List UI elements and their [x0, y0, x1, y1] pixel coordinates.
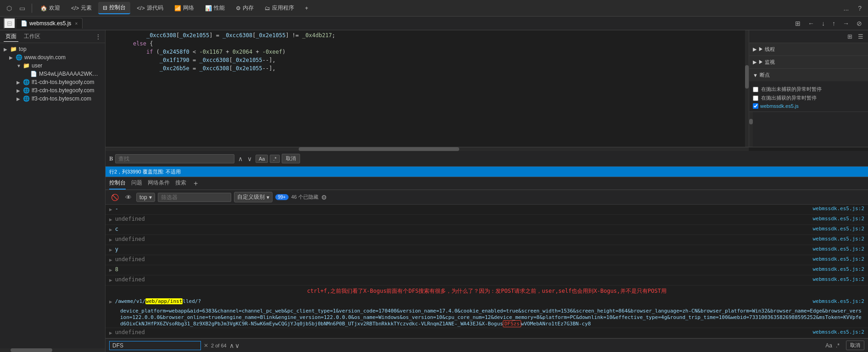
- nav-back-icon[interactable]: ←: [806, 19, 817, 28]
- folder-icon: 📁: [10, 46, 17, 52]
- find-aa-btn[interactable]: Aa: [256, 155, 268, 163]
- code-scrollbar[interactable]: [745, 30, 749, 147]
- help-icon[interactable]: ?: [855, 3, 864, 14]
- console-source-link[interactable]: webmssdk.es5.js:2: [812, 226, 864, 232]
- sidebar-tab-page[interactable]: 页面: [4, 32, 18, 42]
- find-input[interactable]: [115, 154, 234, 163]
- bottom-find-cancel-btn[interactable]: 取消: [846, 341, 864, 350]
- expand-icon[interactable]: ▶: [109, 206, 112, 212]
- exception-caught-label[interactable]: 在抛出捕获的异常时暂停: [753, 95, 864, 101]
- bottom-regex-label[interactable]: .*: [836, 342, 840, 349]
- right-scrollbar[interactable]: [749, 112, 753, 147]
- console-tab-network[interactable]: 网络条件: [148, 177, 170, 190]
- watch-header[interactable]: ▶ ▶ 监视: [749, 56, 868, 68]
- url-params: device_platform=webapp&aid=6383&channel=…: [120, 308, 862, 327]
- tab-console[interactable]: ⊟ 控制台: [98, 2, 130, 14]
- tree-item-lf3b[interactable]: ▶ 🌐 lf3-cdn-tos.bytescm.com: [0, 95, 105, 103]
- tab-close-icon[interactable]: ×: [75, 21, 78, 26]
- tab-sources[interactable]: </> 源代码: [132, 2, 167, 14]
- bottom-find-next-btn[interactable]: ∨: [235, 342, 239, 349]
- find-prev-btn[interactable]: ∧: [236, 154, 245, 163]
- console-filter-input[interactable]: [158, 193, 231, 202]
- find-next-btn[interactable]: ∨: [245, 154, 254, 163]
- level-selector[interactable]: 自定义级别 ▾: [234, 192, 273, 202]
- console-tab-search[interactable]: 搜索: [175, 177, 186, 190]
- tree-item-douyin[interactable]: ▶ 🌐 www.douyin.com: [0, 53, 105, 61]
- expand-icon[interactable]: ▶: [109, 226, 112, 233]
- tab-actions: ⊞ ← ↓ ↑ → ⊘: [793, 19, 864, 28]
- exception-caught-checkbox[interactable]: [753, 95, 758, 101]
- console-source-link[interactable]: webmssdk.es5.js:2: [812, 206, 864, 212]
- tree-item-top[interactable]: ▶ 📁 top: [0, 45, 105, 53]
- expand-icon[interactable]: ▶: [109, 276, 112, 283]
- bottom-find-prev-btn[interactable]: ∧: [229, 342, 234, 349]
- watch-section: ▶ ▶ 监视: [749, 56, 868, 69]
- console-output[interactable]: ▶ - webmssdk.es5.js:2 ▶ undefined webmss…: [106, 205, 868, 338]
- expand-icon[interactable]: ▶: [109, 216, 112, 223]
- tab-welcome[interactable]: 🏠 欢迎: [36, 2, 65, 14]
- nav-down-icon[interactable]: ↓: [819, 19, 827, 28]
- nav-forward-icon[interactable]: →: [840, 19, 851, 28]
- exception-uncaught-checkbox[interactable]: [753, 87, 758, 92]
- status-position: 行2，列33990 覆盖范围: 不适用: [109, 168, 181, 175]
- tree-item-file-ms4[interactable]: 📄 MS4wLjABAAAA2WKmM: [0, 70, 105, 78]
- bottom-find-clear-icon[interactable]: ✕: [204, 342, 208, 349]
- panel-split-icon[interactable]: ⊞: [846, 32, 854, 41]
- source-file-tab[interactable]: 📄 webmssdk.es5.js ×: [16, 18, 83, 28]
- context-selector[interactable]: top ▾: [136, 193, 155, 202]
- expand-icon[interactable]: ▶: [109, 236, 112, 243]
- tab-performance[interactable]: 📊 性能: [200, 2, 229, 14]
- console-tab-issues[interactable]: 问题: [131, 177, 142, 190]
- console-source-link[interactable]: webmssdk.es5.js:2: [812, 298, 864, 304]
- inspect-icon[interactable]: ⬡: [4, 3, 15, 14]
- breakpoint-file-link[interactable]: webmssdk.es5.js: [760, 103, 799, 109]
- exception-uncaught-label[interactable]: 在抛出未捕获的异常时暂停: [753, 86, 864, 93]
- console-source-link[interactable]: webmssdk.es5.js:2: [812, 246, 864, 252]
- find-regex-btn[interactable]: .*: [270, 155, 279, 163]
- expand-icon[interactable]: ▶: [109, 329, 112, 336]
- add-tab-button[interactable]: +: [300, 3, 313, 13]
- tab-memory[interactable]: ⚙ 内存: [231, 2, 258, 14]
- expand-icon[interactable]: ▶: [109, 266, 112, 273]
- tree-item-lf1[interactable]: ▶ 🌐 lf1-cdn-tos.bytegoofy.com: [0, 78, 105, 86]
- add-console-tab-btn[interactable]: +: [192, 179, 200, 188]
- filter-toggle-btn[interactable]: 👁: [123, 193, 134, 202]
- console-entry: ▶ undefined webmssdk.es5.js:2: [106, 215, 868, 225]
- find-cancel-btn[interactable]: 取消: [282, 154, 300, 163]
- more-options-icon[interactable]: ...: [841, 3, 852, 14]
- breakpoints-header[interactable]: ▼ 断点: [749, 69, 868, 81]
- file-breakpoint-checkbox[interactable]: [753, 103, 758, 109]
- panel-close-icon[interactable]: ☰: [856, 32, 865, 41]
- device-icon[interactable]: ▭: [17, 3, 28, 14]
- file-tab-name: webmssdk.es5.js: [29, 20, 71, 27]
- panel-toggle-icon[interactable]: ⊞: [793, 19, 803, 28]
- code-horizontal-scrollbar[interactable]: [106, 147, 749, 151]
- sidebar-tab-workspace[interactable]: 工作区: [22, 32, 42, 42]
- console-source-link[interactable]: webmssdk.es5.js:2: [812, 256, 864, 262]
- expand-icon[interactable]: ▶: [109, 256, 112, 263]
- tab-network[interactable]: 📶 网络: [170, 2, 199, 14]
- thread-header[interactable]: ▶ ▶ 线程: [749, 43, 868, 56]
- tab-application[interactable]: 🗂 应用程序: [260, 2, 299, 14]
- bottom-aa-label[interactable]: Aa: [825, 342, 832, 349]
- file-icon: 📄: [30, 71, 37, 77]
- sidebar-more-icon[interactable]: ⋮: [95, 33, 101, 40]
- layout-btn[interactable]: ⊟: [4, 18, 16, 29]
- tree-item-user[interactable]: ▼ 📁 user: [0, 61, 105, 70]
- expand-icon[interactable]: ▶: [109, 298, 112, 305]
- console-source-link[interactable]: webmssdk.es5.js:2: [812, 236, 864, 242]
- nav-close-icon[interactable]: ⊘: [854, 19, 864, 28]
- console-source-link[interactable]: webmssdk.es5.js:2: [812, 329, 864, 335]
- code-editor[interactable]: _0xcc6308[_0x2e1055] = _0xcc6308[_0x2e10…: [106, 30, 745, 147]
- console-tab-console[interactable]: 控制台: [109, 177, 126, 190]
- tab-elements[interactable]: </> 元素: [67, 2, 96, 14]
- console-source-link[interactable]: webmssdk.es5.js:2: [812, 216, 864, 222]
- console-source-link[interactable]: webmssdk.es5.js:2: [812, 276, 864, 282]
- tree-item-lf3[interactable]: ▶ 🌐 lf3-cdn-tos.bytegoofy.com: [0, 86, 105, 95]
- console-settings-icon[interactable]: ⚙: [321, 194, 327, 201]
- bottom-find-input[interactable]: [109, 341, 201, 350]
- clear-console-btn[interactable]: 🚫: [109, 193, 121, 202]
- nav-up-icon[interactable]: ↑: [830, 19, 838, 28]
- console-source-link[interactable]: webmssdk.es5.js:2: [812, 266, 864, 272]
- expand-icon[interactable]: ▶: [109, 246, 112, 253]
